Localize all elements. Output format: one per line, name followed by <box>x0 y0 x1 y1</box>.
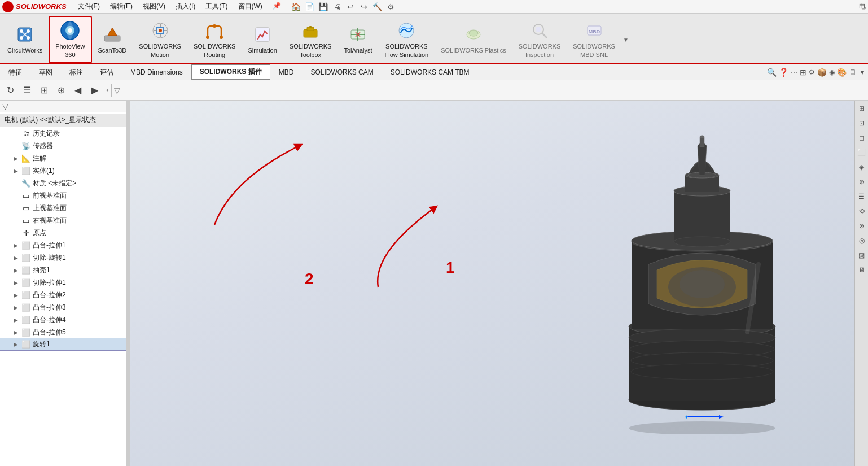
circuit-works-icon <box>15 24 35 45</box>
tab-palette-icon[interactable]: 🎨 <box>837 68 847 77</box>
menu-insert[interactable]: 插入(I) <box>171 1 200 12</box>
filter-icon[interactable]: ▽ <box>2 102 8 111</box>
tree-item-origin[interactable]: ✛ 原点 <box>0 227 129 239</box>
quick-open[interactable]: 📄 <box>304 1 316 13</box>
right-btn-6[interactable]: ⊕ <box>856 176 867 188</box>
tree-item-boss-extrude3[interactable]: ▶ ⬜ 凸台-拉伸3 <box>0 301 129 313</box>
resize-handle[interactable] <box>126 101 129 466</box>
quick-save[interactable]: 💾 <box>317 1 330 13</box>
right-btn-2[interactable]: ⊡ <box>856 117 867 129</box>
tree-item-solid[interactable]: ▶ ⬜ 实体(1) <box>0 164 129 177</box>
tb2-next[interactable]: ▶ <box>87 82 103 98</box>
tree-item-history[interactable]: 🗂 历史记录 <box>0 127 129 140</box>
right-btn-8[interactable]: ⟲ <box>856 206 867 217</box>
tree-item-boss-extrude5[interactable]: ▶ ⬜ 凸台-拉伸5 <box>0 326 129 338</box>
tb2-filter-icon[interactable]: ▽ <box>114 86 120 95</box>
ribbon-tolanalyst[interactable]: TolAnalyst <box>337 16 378 63</box>
tree-item-cut-revolve1[interactable]: ▶ ⬜ 切除-旋转1 <box>0 251 129 264</box>
tab-mbd[interactable]: MBD <box>270 64 303 80</box>
right-btn-4[interactable]: ⬜ <box>856 147 867 158</box>
tab-display-icon[interactable]: 🖥 <box>849 68 857 77</box>
tb2-rotate[interactable]: ↻ <box>2 82 18 98</box>
tab-help-icon[interactable]: ❓ <box>779 68 788 77</box>
tree-item-right-plane[interactable]: ▭ 右视基准面 <box>0 214 129 227</box>
tab-expand-icon[interactable]: ▼ <box>859 68 866 76</box>
sw-inspection-label: SOLIDWORKSInspection <box>519 42 561 59</box>
tb2-list[interactable]: ☰ <box>19 82 35 98</box>
logo-text: SOLIDWORKS <box>16 2 67 11</box>
ribbon-photoview360[interactable]: PhotoView360 <box>49 16 91 63</box>
svg-marker-53 <box>719 415 724 419</box>
tree-item-top-plane[interactable]: ▭ 上视基准面 <box>0 202 129 214</box>
ribbon-sw-mbd[interactable]: MBD SOLIDWORKSMBD SNL <box>567 16 621 63</box>
tree-item-revolve1[interactable]: ▶ ⬜ 旋转1 <box>0 338 129 351</box>
tab-features[interactable]: 特征 <box>0 64 30 80</box>
3d-viewport[interactable]: ✦ 2 1 <box>130 101 854 466</box>
tb2-crosshair[interactable]: ⊕ <box>53 82 69 98</box>
tree-item-material[interactable]: 🔧 材质 <未指定> <box>0 177 129 189</box>
right-btn-7[interactable]: ☰ <box>856 191 867 202</box>
quick-new[interactable]: 🏠 <box>290 1 303 13</box>
right-btn-5[interactable]: ◈ <box>856 162 867 173</box>
ribbon-circuit-works[interactable]: CircuitWorks <box>1 16 49 63</box>
tab-evaluate[interactable]: 评估 <box>91 64 122 80</box>
tab-grid-icon[interactable]: ⊞ <box>800 68 806 77</box>
right-btn-1[interactable]: ⊞ <box>856 103 867 114</box>
tab-options-icon[interactable]: ⚙ <box>809 68 815 76</box>
svg-point-37 <box>631 352 773 368</box>
ribbon-sw-inspection[interactable]: SOLIDWORKSInspection <box>512 16 567 63</box>
tb2-prev[interactable]: ◀ <box>70 82 86 98</box>
tab-more-icon[interactable]: ⋯ <box>791 68 797 76</box>
ribbon-sw-toolbox[interactable]: SOLIDWORKSToolbox <box>283 16 338 63</box>
revolve1-icon: ⬜ <box>21 340 30 349</box>
menu-view[interactable]: 视图(V) <box>138 1 170 12</box>
tree-root-item[interactable]: 电机 (默认) <<默认>_显示状态 <box>0 114 129 127</box>
tab-sw-cam-tbm[interactable]: SOLIDWORKS CAM TBM <box>382 64 478 80</box>
tab-sw-cam[interactable]: SOLIDWORKS CAM <box>302 64 382 80</box>
ribbon-more-btn[interactable]: ▼ <box>621 16 630 63</box>
ribbon-sw-plastics[interactable]: SOLIDWORKS Plastics <box>435 16 512 63</box>
right-btn-9[interactable]: ⊗ <box>856 220 867 232</box>
tree-item-boss-extrude2[interactable]: ▶ ⬜ 凸台-拉伸2 <box>0 289 129 301</box>
right-btn-3[interactable]: ◻ <box>856 132 867 143</box>
tree-item-shell1[interactable]: ▶ ⬜ 抽壳1 <box>0 264 129 276</box>
tab-3d-icon[interactable]: 📦 <box>817 68 827 77</box>
menu-edit[interactable]: 编辑(E) <box>106 1 137 12</box>
quick-options[interactable]: ⚙ <box>385 1 397 13</box>
ribbon-scanto3d[interactable]: ScanTo3D <box>92 16 133 63</box>
right-btn-10[interactable]: ◎ <box>856 235 867 246</box>
tree-item-annotation[interactable]: ▶ 📐 注解 <box>0 152 129 164</box>
menu-tools[interactable]: 工具(T) <box>201 1 232 12</box>
tab-sketch[interactable]: 草图 <box>30 64 61 80</box>
svg-rect-10 <box>104 36 120 41</box>
filter-bar: ▽ <box>0 101 129 112</box>
ribbon-simulation[interactable]: Simulation <box>242 16 283 63</box>
ribbon-sw-routing[interactable]: SOLIDWORKSRouting <box>187 16 242 63</box>
svg-point-32 <box>629 390 775 410</box>
tab-markup[interactable]: 标注 <box>61 64 91 80</box>
menu-file[interactable]: 文件(F) <box>73 1 104 12</box>
tree-item-boss-extrude4[interactable]: ▶ ⬜ 凸台-拉伸4 <box>0 313 129 326</box>
tab-mbd-dimensions[interactable]: MBD Dimensions <box>122 64 191 80</box>
quick-undo[interactable]: ↩ <box>344 1 357 13</box>
tree-item-sensor[interactable]: 📡 传感器 <box>0 140 129 152</box>
tab-sw-plugins[interactable]: SOLIDWORKS 插件 <box>191 64 270 80</box>
menu-pin[interactable]: 📌 <box>268 1 286 12</box>
quick-print[interactable]: 🖨 <box>331 1 343 13</box>
quick-rebuild[interactable]: 🔨 <box>371 1 384 13</box>
tree-item-front-plane[interactable]: ▭ 前视基准面 <box>0 189 129 202</box>
menu-window[interactable]: 窗口(W) <box>234 1 267 12</box>
ribbon-sw-flow[interactable]: SOLIDWORKSFlow Simulation <box>379 16 435 63</box>
quick-redo[interactable]: ↪ <box>358 1 370 13</box>
tree-label-shell1: 抽壳1 <box>33 265 50 275</box>
right-btn-11[interactable]: ▨ <box>856 250 867 261</box>
right-btn-12[interactable]: 🖥 <box>856 264 867 276</box>
tab-arrow-icon[interactable]: ◉ <box>829 68 835 76</box>
svg-point-51 <box>700 136 704 138</box>
tree-item-boss-extrude1[interactable]: ▶ ⬜ 凸台-拉伸1 <box>0 239 129 251</box>
tree-item-cut-extrude1[interactable]: ▶ ⬜ 切除-拉伸1 <box>0 276 129 289</box>
tree-label-boss2: 凸台-拉伸2 <box>33 290 66 300</box>
tab-search-icon[interactable]: 🔍 <box>767 68 777 77</box>
ribbon-sw-motion[interactable]: SOLIDWORKSMotion <box>133 16 187 63</box>
tb2-table[interactable]: ⊞ <box>36 82 52 98</box>
